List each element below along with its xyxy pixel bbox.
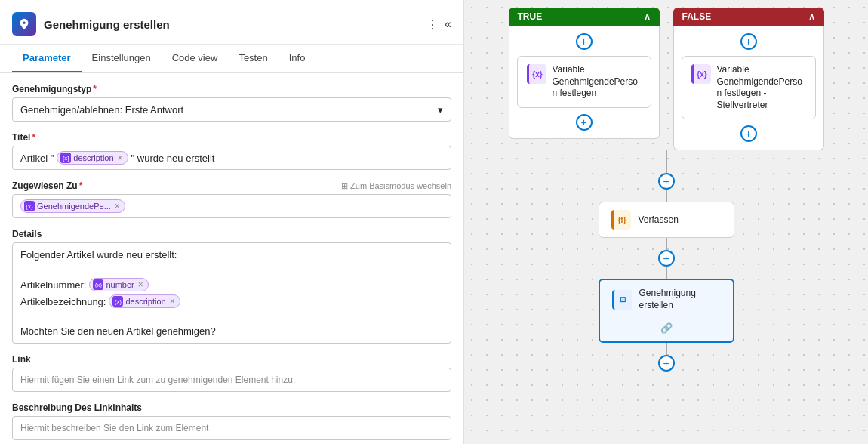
- details-line1: Folgender Artikel wurde neu erstellt:: [20, 249, 177, 261]
- panel-header-icons: ⋮ «: [426, 17, 451, 32]
- token-remove-icon[interactable]: ×: [118, 153, 123, 163]
- titel-suffix: " wurde neu erstellt: [131, 153, 215, 164]
- select-genehmigungstyp[interactable]: Genehmigen/ablehnen: Erste Antwort ▾: [12, 97, 451, 122]
- token-description2[interactable]: {x} description ×: [109, 294, 180, 308]
- details-spacer: [20, 264, 23, 275]
- token-icon4: {x}: [112, 296, 123, 307]
- genehmigung-node[interactable]: ⊡ Genehmigung erstellen 🔗: [599, 279, 734, 342]
- input-titel[interactable]: Artikel " {x} description × " wurde neu …: [12, 146, 451, 170]
- tab-parameter[interactable]: Parameter: [12, 45, 82, 72]
- token-remove-icon3[interactable]: ×: [138, 279, 143, 290]
- field-beschreibung: Beschreibung Des Linkinhalts Hiermit bes…: [12, 402, 451, 440]
- panel-title: Genehmigung erstellen: [44, 18, 419, 31]
- field-zugewiesen: Zugewiesen Zu* ⊞ Zum Basismodus wechseln…: [12, 180, 451, 218]
- verfassen-icon: {f}: [611, 210, 631, 230]
- panel-body: Genehmigungstyp* Genehmigen/ablehnen: Er…: [0, 73, 463, 444]
- token-remove-icon2[interactable]: ×: [115, 201, 120, 211]
- token-description[interactable]: {x} description ×: [57, 151, 128, 165]
- false-branch-body: + {x} Variable GenehmigendePerso n festl…: [673, 26, 824, 150]
- field-link: Link Hiermit fügen Sie einen Link zum zu…: [12, 354, 451, 392]
- label-details: Details: [12, 229, 451, 239]
- false-branch-node[interactable]: {x} Variable GenehmigendePerso n festleg…: [682, 56, 816, 119]
- branch-row: TRUE ∧ + {x} Variable GenehmigendePerso …: [509, 8, 824, 150]
- left-panel: Genehmigung erstellen ⋮ « Parameter Eins…: [0, 0, 464, 444]
- false-branch: FALSE ∧ + {x} Variable GenehmigendePerso…: [673, 8, 824, 150]
- add-button-main-3[interactable]: +: [658, 355, 675, 372]
- collapse-icon[interactable]: «: [445, 17, 451, 32]
- false-branch-header[interactable]: FALSE ∧: [673, 8, 824, 26]
- input-link[interactable]: Hiermit fügen Sie einen Link zum zu gene…: [12, 368, 451, 392]
- more-icon[interactable]: ⋮: [426, 17, 439, 32]
- field-details: Details Folgender Artikel wurde neu erst…: [12, 229, 451, 344]
- true-branch-body: + {x} Variable GenehmigendePerso n festl…: [509, 26, 660, 139]
- details-line4: Möchten Sie den neuen Artikel genehmigen…: [20, 325, 216, 337]
- label-genehmigungstyp: Genehmigungstyp*: [12, 84, 451, 94]
- variable-icon-true: {x}: [527, 64, 546, 84]
- input-beschreibung[interactable]: Hiermit beschreiben Sie den Link zum Ele…: [12, 416, 451, 440]
- chevron-up-icon-true[interactable]: ∧: [644, 11, 651, 22]
- true-branch-header[interactable]: TRUE ∧: [509, 8, 660, 26]
- false-node-text: Variable GenehmigendePerso n festlegen -…: [717, 64, 806, 111]
- field-genehmigungstyp: Genehmigungstyp* Genehmigen/ablehnen: Er…: [12, 84, 451, 122]
- connector-1: [666, 150, 667, 173]
- input-details[interactable]: Folgender Artikel wurde neu erstellt: Ar…: [12, 242, 451, 344]
- link-icon: 🔗: [660, 322, 673, 334]
- panel-header: Genehmigung erstellen ⋮ «: [0, 0, 463, 45]
- genehmigung-icon: ⊡: [612, 290, 632, 310]
- assigned-row: Zugewiesen Zu* ⊞ Zum Basismodus wechseln: [12, 180, 451, 191]
- tab-einstellungen[interactable]: Einstellungen: [82, 45, 162, 72]
- beschreibung-placeholder: Hiermit beschreiben Sie den Link zum Ele…: [20, 423, 208, 433]
- tab-bar: Parameter Einstellungen Code view Testen…: [0, 45, 463, 73]
- details-spacer2: [20, 311, 23, 322]
- basis-link-icon: ⊞: [341, 181, 348, 191]
- add-button-false-bottom[interactable]: +: [740, 125, 757, 142]
- token-icon2: {x}: [24, 201, 35, 211]
- field-titel: Titel* Artikel " {x} description × " wur…: [12, 132, 451, 170]
- variable-icon-false: {x}: [691, 64, 711, 84]
- tab-codeview[interactable]: Code view: [162, 45, 229, 72]
- connector-3: [666, 238, 667, 250]
- true-branch: TRUE ∧ + {x} Variable GenehmigendePerso …: [509, 8, 660, 150]
- right-panel: TRUE ∧ + {x} Variable GenehmigendePerso …: [464, 0, 868, 444]
- token-number[interactable]: {x} number ×: [89, 278, 148, 291]
- panel-icon: [12, 12, 36, 36]
- tab-testen[interactable]: Testen: [228, 45, 278, 72]
- token-icon3: {x}: [93, 279, 103, 290]
- details-line3: Artikelbezeichnung:: [20, 296, 106, 307]
- basis-link[interactable]: ⊞ Zum Basismodus wechseln: [341, 181, 451, 191]
- add-button-false-top[interactable]: +: [740, 33, 757, 50]
- add-button-true-top[interactable]: +: [576, 33, 593, 50]
- token-remove-icon4[interactable]: ×: [170, 296, 175, 307]
- connector-2: [666, 190, 667, 202]
- token-icon: {x}: [60, 153, 71, 163]
- true-node-text: Variable GenehmigendePerso n festlegen: [553, 64, 642, 100]
- label-beschreibung: Beschreibung Des Linkinhalts: [12, 402, 451, 413]
- add-button-main-2[interactable]: +: [658, 250, 675, 267]
- titel-prefix: Artikel ": [20, 153, 54, 164]
- verfassen-text: Verfassen: [639, 214, 679, 227]
- genehmigung-text: Genehmigung erstellen: [639, 288, 721, 311]
- connector-5: [666, 343, 667, 355]
- flow-canvas: TRUE ∧ + {x} Variable GenehmigendePerso …: [472, 8, 860, 372]
- details-line2: Artikelnummer:: [20, 279, 86, 291]
- label-link: Link: [12, 354, 451, 365]
- add-button-true-bottom[interactable]: +: [576, 114, 593, 131]
- verfassen-node[interactable]: {f} Verfassen: [599, 202, 734, 238]
- true-branch-node[interactable]: {x} Variable GenehmigendePerso n festleg…: [517, 56, 651, 108]
- connector-4: [666, 267, 667, 279]
- tab-info[interactable]: Info: [279, 45, 316, 72]
- label-titel: Titel*: [12, 132, 451, 143]
- add-button-main-1[interactable]: +: [658, 173, 675, 190]
- chevron-down-icon: ▾: [438, 104, 443, 116]
- input-zugewiesen[interactable]: {x} GenehmigendePe... ×: [12, 194, 451, 218]
- main-flow: + {f} Verfassen + ⊡ Genehmigung erstelle…: [599, 150, 734, 371]
- label-zugewiesen: Zugewiesen Zu*: [12, 180, 82, 191]
- link-placeholder: Hiermit fügen Sie einen Link zum zu gene…: [20, 375, 295, 385]
- chevron-up-icon-false[interactable]: ∧: [808, 11, 815, 22]
- token-genehmige[interactable]: {x} GenehmigendePe... ×: [20, 199, 125, 213]
